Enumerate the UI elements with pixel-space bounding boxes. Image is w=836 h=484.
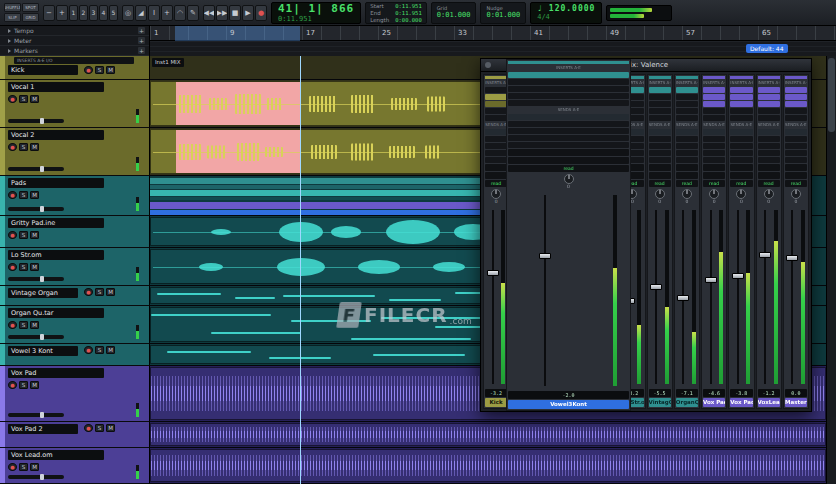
mute-button[interactable]: M xyxy=(30,263,39,271)
play-button[interactable]: ▶ xyxy=(242,5,254,21)
track-name[interactable]: Lo Str.om xyxy=(8,250,104,260)
record-enable-button[interactable]: ● xyxy=(8,143,17,151)
fader-handle[interactable] xyxy=(677,295,689,301)
mute-button[interactable]: M xyxy=(30,231,39,239)
mute-button[interactable]: M xyxy=(106,288,115,296)
audio-clip[interactable] xyxy=(150,423,826,446)
zoom-preset-4[interactable]: 4 xyxy=(99,5,108,21)
output-selector[interactable] xyxy=(649,172,671,179)
track-name[interactable]: Organ Qu.tar xyxy=(8,308,104,318)
zoom-out-button[interactable]: − xyxy=(43,5,55,21)
insert-slots[interactable] xyxy=(676,87,698,121)
track-header-vox-pad2[interactable]: Vox Pad 2 ●SM xyxy=(0,422,150,448)
markers-lane[interactable]: Markers+ xyxy=(0,46,149,56)
solo-button[interactable]: S xyxy=(19,321,28,329)
track-header-vowel3[interactable]: Vowel 3 Kont ●SM xyxy=(0,344,150,366)
track-name[interactable]: Vowel 3 Kont xyxy=(8,346,78,356)
send-slots[interactable] xyxy=(649,129,671,163)
send-slots[interactable] xyxy=(508,114,629,148)
record-enable-button[interactable]: ● xyxy=(8,95,17,103)
fader-handle[interactable] xyxy=(539,253,551,259)
stop-button[interactable]: ■ xyxy=(229,5,241,21)
grid-mode-button[interactable]: GRID xyxy=(22,13,39,22)
channel-nameplate[interactable]: Master xyxy=(785,398,807,407)
insert-slots[interactable] xyxy=(508,72,629,106)
insert-slots[interactable] xyxy=(485,87,507,121)
tempo-display[interactable]: ♩ 120.0000 4/4 xyxy=(530,2,602,24)
solo-button[interactable]: S xyxy=(19,191,28,199)
insert-slots[interactable] xyxy=(703,87,725,121)
output-selector[interactable] xyxy=(730,172,752,179)
rewind-button[interactable]: ◀◀ xyxy=(203,5,215,21)
record-enable-button[interactable]: ● xyxy=(84,288,93,296)
mute-button[interactable]: M xyxy=(30,95,39,103)
channel-nameplate[interactable]: OrganQu.tr xyxy=(676,398,698,407)
fader-handle[interactable] xyxy=(786,255,798,261)
pan-knob[interactable] xyxy=(564,174,574,184)
pan-knob[interactable] xyxy=(491,189,501,199)
automation-mode-button[interactable]: read xyxy=(508,165,629,172)
solo-button[interactable]: S xyxy=(19,463,28,471)
solo-button[interactable]: S xyxy=(19,231,28,239)
pan-knob[interactable] xyxy=(655,189,665,199)
fader-handle[interactable] xyxy=(759,252,771,258)
mute-button[interactable]: M xyxy=(106,66,115,74)
mix-window[interactable]: Mix: Valence INSERTS A-E SENDS A-E read … xyxy=(480,58,812,412)
record-enable-button[interactable]: ● xyxy=(8,463,17,471)
fast-forward-button[interactable]: ▶▶ xyxy=(216,5,228,21)
automation-mode-button[interactable]: read xyxy=(485,180,507,187)
automation-mode-button[interactable]: read xyxy=(676,180,698,187)
vertical-scrollbar[interactable] xyxy=(826,56,836,484)
record-enable-button[interactable]: ● xyxy=(8,191,17,199)
solo-button[interactable]: S xyxy=(19,143,28,151)
fader-section[interactable] xyxy=(758,208,780,386)
output-selector[interactable] xyxy=(676,172,698,179)
track-name[interactable]: Kick xyxy=(8,65,78,75)
track-lane-vox-pad2[interactable] xyxy=(150,422,826,448)
zoom-in-button[interactable]: + xyxy=(56,5,68,21)
record-enable-button[interactable]: ● xyxy=(8,231,17,239)
solo-button[interactable]: S xyxy=(95,288,104,296)
record-enable-button[interactable]: ● xyxy=(8,263,17,271)
bars-ruler[interactable]: 1 9 17 25 33 41 49 57 65 xyxy=(150,26,836,41)
pan-knob[interactable] xyxy=(791,189,801,199)
mute-button[interactable]: M xyxy=(30,143,39,151)
output-selector[interactable] xyxy=(785,172,807,179)
mixer-strip-organ-qu[interactable]: INSERTS A-E SENDS A-E read 0 -7.1 OrganQ… xyxy=(674,74,700,409)
send-slots[interactable] xyxy=(730,129,752,163)
automation-mode-button[interactable]: read xyxy=(730,180,752,187)
output-selector[interactable] xyxy=(758,172,780,179)
input-selector[interactable] xyxy=(730,164,752,171)
fader-section[interactable] xyxy=(676,208,698,386)
zoom-preset-5[interactable]: 5 xyxy=(109,5,118,21)
trim-tool-icon[interactable]: ◢ xyxy=(135,5,147,21)
input-selector[interactable] xyxy=(485,164,507,171)
nudge-value-display[interactable]: Nudge 0:01.000 xyxy=(480,2,526,24)
send-slots[interactable] xyxy=(485,129,507,163)
mute-button[interactable]: M xyxy=(106,346,115,354)
window-close-icon[interactable] xyxy=(485,62,491,68)
add-tempo-button[interactable]: + xyxy=(138,27,145,34)
playhead-cursor[interactable] xyxy=(300,56,301,484)
fader-section[interactable] xyxy=(785,208,807,386)
track-header-vox-pad[interactable]: Vox Pad ●SM xyxy=(0,366,150,422)
record-enable-button[interactable]: ● xyxy=(84,424,93,432)
channel-nameplate[interactable]: Kick xyxy=(485,398,507,407)
mute-button[interactable]: M xyxy=(30,381,39,389)
track-header-pads[interactable]: Pads ●SM xyxy=(0,176,150,216)
fader-handle[interactable] xyxy=(650,284,662,290)
add-meter-button[interactable]: + xyxy=(138,37,145,44)
fader-section[interactable] xyxy=(649,208,671,386)
record-button[interactable]: ● xyxy=(255,5,267,21)
mini-volume-fader[interactable] xyxy=(8,207,64,211)
output-selector[interactable] xyxy=(703,172,725,179)
channel-nameplate[interactable]: Vox Pad 2 xyxy=(730,398,752,407)
mini-volume-fader[interactable] xyxy=(8,413,64,417)
solo-button[interactable]: S xyxy=(19,263,28,271)
mini-volume-fader[interactable] xyxy=(8,335,64,339)
spot-mode-button[interactable]: SPOT xyxy=(22,3,39,12)
track-header-organ-qu[interactable]: Organ Qu.tar ●SM xyxy=(0,306,150,344)
input-selector[interactable] xyxy=(703,164,725,171)
mixer-strip-vox-pad2[interactable]: INSERTS A-E SENDS A-E read 0 -3.8 Vox Pa… xyxy=(728,74,754,409)
input-selector[interactable] xyxy=(758,164,780,171)
